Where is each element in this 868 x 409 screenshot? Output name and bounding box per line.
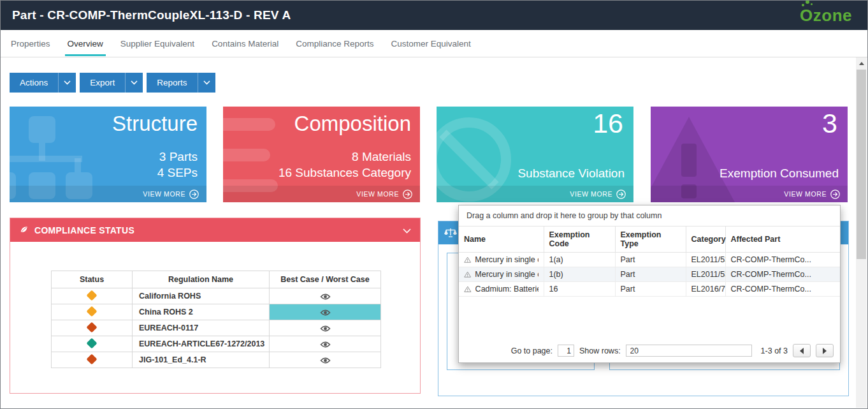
- compliance-status-header[interactable]: COMPLIANCE STATUS: [10, 218, 420, 242]
- chevron-down-icon[interactable]: [125, 73, 143, 93]
- toolbar: Actions Export Reports: [10, 73, 215, 93]
- arrow-right-icon: [823, 348, 827, 354]
- compliance-status-panel: COMPLIANCE STATUS Status Regulation Name…: [10, 218, 421, 394]
- panel-title: COMPLIANCE STATUS: [34, 225, 134, 235]
- exemption-name: Mercury in single cappe: [475, 255, 538, 264]
- table-header-row: Name Exemption Code Exemption Type Categ…: [459, 227, 840, 253]
- rows-per-page-input[interactable]: [626, 345, 752, 357]
- logo-bubble-icon: [811, 3, 813, 5]
- card-title: Structure: [112, 112, 198, 136]
- tab-bar: Properties Overview Supplier Equivalent …: [1, 30, 867, 57]
- status-diamond-icon: [87, 306, 98, 316]
- view-more-link[interactable]: VIEW MORE: [651, 186, 848, 202]
- leaf-icon: [19, 225, 29, 235]
- tab-contains-material[interactable]: Contains Material: [212, 30, 278, 57]
- exemption-consumed-card[interactable]: 3 Exemption Consumed VIEW MORE: [651, 107, 848, 202]
- next-page-button[interactable]: [816, 344, 834, 357]
- view-more-link[interactable]: VIEW MORE: [10, 186, 206, 202]
- ozone-logo: Ozone: [800, 6, 852, 26]
- table-row[interactable]: Cadmium: Batteries for 16 Part EL2016/77…: [459, 282, 840, 297]
- view-case-cell[interactable]: [270, 288, 381, 304]
- eye-icon[interactable]: [320, 341, 331, 348]
- col-name[interactable]: Name: [459, 227, 544, 253]
- scroll-up-button[interactable]: [856, 57, 867, 69]
- row-range-text: 1-3 of 3: [761, 346, 788, 355]
- eye-icon[interactable]: [320, 357, 331, 364]
- go-to-page-label: Go to page:: [511, 346, 553, 355]
- status-diamond-icon: [87, 290, 98, 301]
- arrow-right-circle-icon: [616, 190, 626, 199]
- group-by-drop-zone[interactable]: Drag a column and drop it here to group …: [459, 205, 840, 227]
- view-more-link[interactable]: VIEW MORE: [437, 186, 633, 202]
- table-row[interactable]: Mercury in single cappe 1(b) Part EL2011…: [459, 267, 840, 282]
- regulation-name: China ROHS 2: [133, 304, 270, 320]
- exemption-type: Part: [615, 253, 686, 267]
- vertical-scrollbar[interactable]: [856, 57, 867, 408]
- card-value: 16: [593, 108, 623, 139]
- status-diamond-icon: [87, 338, 98, 348]
- col-status: Status: [52, 271, 133, 288]
- tab-compliance-reports[interactable]: Compliance Reports: [296, 30, 373, 57]
- table-row: China ROHS 2: [52, 304, 381, 320]
- eye-icon[interactable]: [320, 293, 331, 301]
- compliance-table: Status Regulation Name Best Case / Worst…: [51, 271, 381, 368]
- table-row: JIG-101_Ed_4.1-R: [52, 352, 381, 368]
- affected-part: CR-COMP-ThermCo...: [725, 267, 840, 282]
- tab-overview[interactable]: Overview: [68, 30, 103, 57]
- scrollbar-thumb[interactable]: [857, 70, 866, 259]
- status-diamond-icon: [87, 353, 98, 364]
- affected-part: CR-COMP-ThermCo...: [725, 282, 840, 297]
- card-value: 3: [822, 108, 837, 139]
- chevron-down-icon[interactable]: [403, 225, 411, 235]
- view-case-cell[interactable]: [270, 352, 381, 368]
- exemption-code: 1(b): [544, 267, 615, 282]
- title-bar: Part - CR-COMP-ThermCoupleXL-113-D - REV…: [1, 1, 867, 30]
- arrow-right-circle-icon: [403, 190, 412, 199]
- exemption-grid-popup: Drag a column and drop it here to group …: [458, 205, 841, 363]
- tab-properties[interactable]: Properties: [11, 30, 50, 57]
- chevron-down-icon[interactable]: [198, 73, 215, 93]
- eye-icon[interactable]: [320, 325, 331, 332]
- table-row: EUREACH-0117: [52, 320, 381, 336]
- col-category[interactable]: Category: [686, 227, 725, 253]
- regulation-name: California ROHS: [133, 288, 270, 304]
- exemption-type: Part: [615, 282, 686, 297]
- warning-triangle-icon: [464, 285, 472, 294]
- status-diamond-icon: [87, 322, 98, 332]
- affected-part: CR-COMP-ThermCo...: [725, 253, 840, 267]
- show-rows-label: Show rows:: [579, 346, 621, 355]
- app-window: Part - CR-COMP-ThermCoupleXL-113-D - REV…: [0, 0, 868, 409]
- logo-bubble-icon: [806, 0, 809, 4]
- page-input[interactable]: [558, 345, 574, 357]
- exemption-type: Part: [615, 267, 686, 282]
- regulation-name: JIG-101_Ed_4.1-R: [133, 352, 270, 368]
- view-case-cell[interactable]: [270, 320, 381, 336]
- col-exemption-type[interactable]: Exemption Type: [615, 227, 686, 253]
- view-more-link[interactable]: VIEW MORE: [223, 186, 420, 202]
- chevron-down-icon[interactable]: [58, 73, 76, 93]
- arrow-right-circle-icon: [189, 190, 199, 199]
- table-row: EUREACH-ARTICLE67-1272/2013: [52, 336, 381, 352]
- reports-button[interactable]: Reports: [147, 73, 215, 93]
- previous-page-button[interactable]: [793, 344, 811, 357]
- tab-supplier-equivalent[interactable]: Supplier Equivalent: [120, 30, 194, 57]
- table-header-row: Status Regulation Name Best Case / Worst…: [52, 271, 381, 288]
- actions-button[interactable]: Actions: [10, 73, 76, 93]
- export-button[interactable]: Export: [80, 73, 143, 93]
- eye-icon[interactable]: [320, 309, 331, 316]
- tab-customer-equivalent[interactable]: Customer Equivalent: [391, 30, 470, 57]
- scales-icon: [444, 227, 457, 239]
- composition-card[interactable]: Composition 8 Materials 16 Substances Ca…: [223, 107, 420, 202]
- col-exemption-code[interactable]: Exemption Code: [544, 227, 615, 253]
- card-title: Composition: [294, 112, 411, 136]
- regulation-name: EUREACH-0117: [133, 320, 270, 336]
- view-case-cell-selected[interactable]: [270, 304, 381, 320]
- arrow-up-icon: [859, 62, 864, 65]
- category: EL2016/774: [686, 282, 725, 297]
- structure-card[interactable]: Structure 3 Parts 4 SEPs VIEW MORE: [10, 107, 206, 202]
- view-case-cell[interactable]: [270, 336, 381, 352]
- col-affected-part[interactable]: Affected Part: [725, 227, 840, 253]
- exemption-code: 1(a): [544, 253, 615, 267]
- table-row[interactable]: Mercury in single cappe 1(a) Part EL2011…: [459, 253, 840, 267]
- substance-violation-card[interactable]: 16 Substance Violation VIEW MORE: [437, 107, 633, 202]
